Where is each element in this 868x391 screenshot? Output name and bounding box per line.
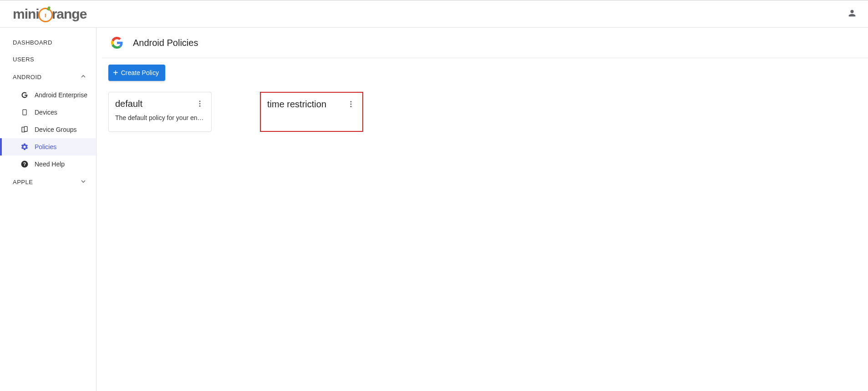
policy-card-title: time restriction (267, 99, 329, 110)
toolbar: + Create Policy (102, 58, 868, 81)
sidebar-item-android[interactable]: ANDROID (0, 68, 96, 86)
logo-text-pre: mini (13, 6, 39, 22)
sidebar-item-dashboard[interactable]: DASHBOARD (0, 34, 96, 51)
sidebar-item-label: USERS (13, 56, 34, 63)
sidebar-subitem-need-help[interactable]: ? Need Help (0, 155, 96, 173)
body: DASHBOARD USERS ANDROID Android Enterpri… (0, 28, 868, 391)
create-policy-button[interactable]: + Create Policy (108, 65, 165, 81)
svg-point-6 (199, 100, 201, 102)
svg-point-11 (350, 106, 352, 107)
svg-point-7 (199, 103, 201, 105)
card-gap (212, 92, 260, 132)
policy-card-time-restriction[interactable]: time restriction (260, 92, 363, 132)
logo-orange-o-icon: ı (38, 8, 53, 22)
sidebar-subitem-label: Policies (35, 143, 56, 150)
sidebar-subitem-policies[interactable]: Policies (0, 138, 96, 155)
svg-point-8 (199, 105, 201, 107)
more-vert-icon[interactable] (346, 99, 356, 111)
sidebar-subitem-device-groups[interactable]: Device Groups (0, 121, 96, 138)
sidebar-item-label: ANDROID (13, 74, 41, 80)
plus-icon: + (113, 68, 118, 77)
policy-cards: default The default policy for your en… … (102, 81, 868, 138)
policy-card-desc: The default policy for your en… (115, 114, 205, 121)
svg-rect-0 (23, 110, 26, 115)
sidebar-item-label: DASHBOARD (13, 39, 52, 46)
policy-card-default[interactable]: default The default policy for your en… (108, 92, 212, 132)
brand-logo[interactable]: mini ı range (13, 6, 86, 22)
more-vert-icon[interactable] (195, 99, 205, 110)
svg-point-9 (350, 101, 352, 102)
sidebar-subitem-label: Android Enterprise (35, 91, 87, 99)
page-header: Android Policies (102, 28, 868, 58)
sidebar-item-apple[interactable]: APPLE (0, 173, 96, 191)
create-policy-button-label: Create Policy (121, 69, 159, 76)
sidebar-item-label: APPLE (13, 179, 33, 185)
help-icon: ? (20, 160, 29, 168)
main-content: Android Policies + Create Policy default (96, 28, 868, 391)
chevron-down-icon (80, 178, 87, 186)
sidebar-subitem-label: Devices (35, 109, 57, 116)
gear-icon (20, 143, 29, 151)
policy-card-title: default (115, 99, 145, 109)
top-header: mini ı range (0, 0, 868, 28)
page-title: Android Policies (133, 38, 198, 48)
sidebar-item-users[interactable]: USERS (0, 51, 96, 68)
app-root: mini ı range DASHBOARD USERS ANDROID (0, 0, 868, 391)
svg-point-10 (350, 104, 352, 105)
user-account-icon[interactable] (847, 8, 857, 20)
sidebar-subitem-android-enterprise[interactable]: Android Enterprise (0, 86, 96, 104)
google-colored-icon (111, 37, 123, 49)
sidebar-subitem-devices[interactable]: Devices (0, 104, 96, 121)
sidebar: DASHBOARD USERS ANDROID Android Enterpri… (0, 28, 96, 391)
chevron-up-icon (80, 73, 87, 81)
device-icon (20, 108, 29, 116)
sidebar-subitem-label: Device Groups (35, 126, 77, 133)
device-groups-icon (20, 125, 29, 134)
policy-card-head: time restriction (267, 99, 356, 111)
google-g-icon (20, 91, 29, 99)
policy-card-head: default (115, 99, 205, 110)
logo-text-post: range (52, 6, 87, 22)
sidebar-subitem-label: Need Help (35, 160, 65, 168)
svg-text:?: ? (23, 161, 26, 167)
svg-rect-3 (24, 126, 27, 131)
